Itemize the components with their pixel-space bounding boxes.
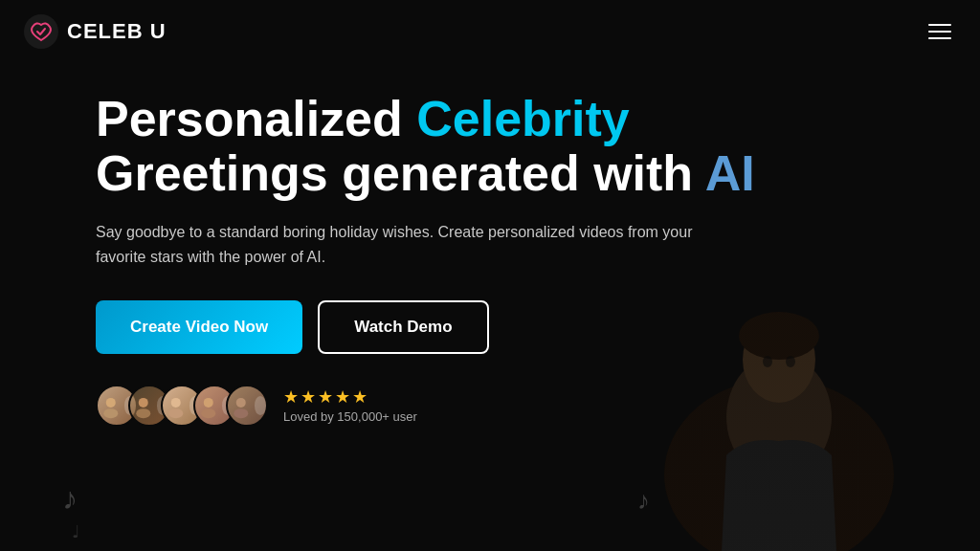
svg-point-2 <box>103 408 118 418</box>
hamburger-line-3 <box>928 37 951 39</box>
logo-area[interactable]: CELEB U <box>23 13 167 50</box>
star-rating: ★★★★★ <box>283 386 417 408</box>
svg-point-6 <box>168 408 183 418</box>
hero-title: Personalized Celebrity Greetings generat… <box>96 92 884 201</box>
right-music-decoration: ♪ <box>635 480 674 532</box>
svg-point-5 <box>171 397 181 407</box>
cta-button-group: Create Video Now Watch Demo <box>96 300 884 354</box>
hamburger-menu-button[interactable] <box>923 18 957 45</box>
hero-title-text2: Greetings generated with <box>96 145 705 201</box>
left-music-decoration: ♪ ♩ <box>57 471 105 551</box>
hero-subtitle: Say goodbye to a standard boring holiday… <box>96 220 746 269</box>
svg-point-8 <box>201 408 215 418</box>
logo-text: CELEB U <box>67 19 167 44</box>
svg-point-10 <box>234 408 248 418</box>
hero-title-highlight-celebrity: Celebrity <box>416 91 630 146</box>
svg-point-9 <box>236 397 246 407</box>
create-video-button[interactable]: Create Video Now <box>96 300 302 354</box>
header: CELEB U <box>0 0 980 63</box>
svg-point-0 <box>24 14 58 49</box>
svg-point-3 <box>139 397 148 407</box>
svg-text:♩: ♩ <box>72 522 79 541</box>
avatar-5 <box>226 385 268 427</box>
loved-by-label: Loved by 150,000+ user <box>283 409 417 424</box>
svg-text:♪: ♪ <box>637 486 650 515</box>
hero-title-line1: Personalized Celebrity <box>96 92 884 146</box>
social-text: ★★★★★ Loved by 150,000+ user <box>283 386 417 424</box>
hero-title-text1: Personalized <box>96 91 416 146</box>
avatar-stack <box>96 385 268 427</box>
hero-section: Personalized Celebrity Greetings generat… <box>0 63 980 427</box>
svg-point-7 <box>204 397 213 407</box>
watch-demo-button[interactable]: Watch Demo <box>318 300 488 354</box>
svg-point-1 <box>106 397 116 407</box>
social-proof: ★★★★★ Loved by 150,000+ user <box>96 385 884 427</box>
svg-point-4 <box>136 408 150 418</box>
logo-icon <box>23 13 59 50</box>
hero-title-highlight-ai: AI <box>705 145 755 201</box>
hero-title-line2: Greetings generated with AI <box>96 146 884 201</box>
hamburger-line-2 <box>928 31 951 33</box>
svg-text:♪: ♪ <box>62 481 78 516</box>
hamburger-line-1 <box>928 24 951 26</box>
